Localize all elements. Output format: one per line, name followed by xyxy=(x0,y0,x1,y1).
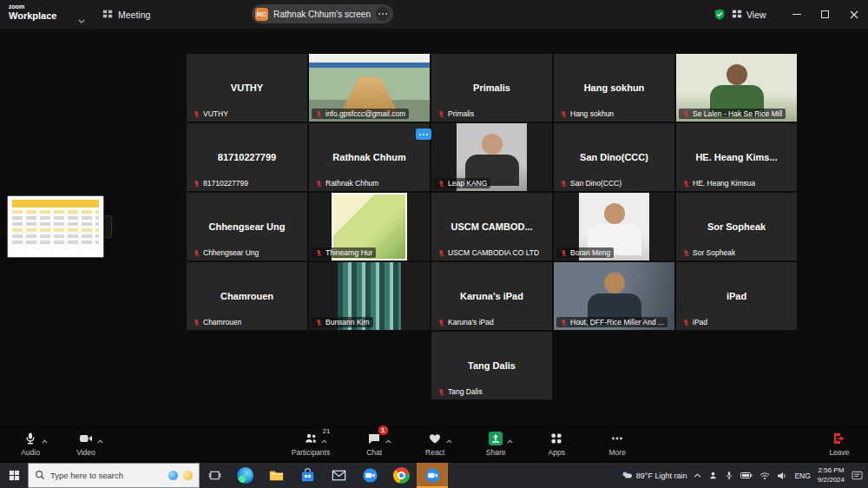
more-options-icon[interactable] xyxy=(376,7,390,21)
share-pill-label: Rathnak Chhum's screen xyxy=(273,10,371,19)
participant-tile-bunsann-kim[interactable]: Bunsann Kim xyxy=(309,262,430,330)
taskbar-app-chrome[interactable] xyxy=(385,463,417,488)
muted-mic-icon xyxy=(560,319,568,326)
taskbar-app-mail[interactable] xyxy=(323,463,354,488)
participant-label: Karuna's iPad xyxy=(434,317,497,327)
tray-mic-icon[interactable] xyxy=(725,471,733,480)
participant-tile-ipad[interactable]: iPadiPad xyxy=(676,262,797,330)
thumbnail-doc-header xyxy=(12,200,99,208)
participant-label: HE. Heang Kimsua xyxy=(679,178,759,188)
start-button[interactable] xyxy=(0,463,28,488)
security-shield-icon[interactable] xyxy=(713,8,726,24)
chat-button[interactable]: 1Chat xyxy=(358,425,391,463)
zoom-workplace-logo: zoom Workplace xyxy=(9,3,56,21)
participant-tile-tang-dalis[interactable]: Tang DalisTang Dalis xyxy=(431,332,552,399)
search-placeholder: Type here to search xyxy=(50,471,163,480)
participant-tile-san-dino-ccc[interactable]: San Dino(CCC)San Dino(CCC) xyxy=(554,123,674,191)
muted-mic-icon xyxy=(193,180,201,188)
weather-widget[interactable]: 89°F Light rain xyxy=(621,470,687,481)
tray-volume-icon[interactable] xyxy=(777,472,787,480)
participant-tile-chamrouen[interactable]: ChamrouenChamrouen xyxy=(187,262,307,330)
participant-label: Bunsann Kim xyxy=(312,317,373,327)
taskbar-app-zoom[interactable] xyxy=(354,463,385,488)
participant-label: Primalis xyxy=(434,109,477,119)
participant-tile-info-gpsfccc-gmail-com[interactable]: info.gpsfccc@gmail.com xyxy=(309,54,430,122)
participant-tile-he-heang-kimsua[interactable]: HE. Heang Kims...HE. Heang Kimsua xyxy=(676,123,797,191)
participant-label: VUTHY xyxy=(189,109,232,119)
participant-tile-primalis[interactable]: PrimalisPrimalis xyxy=(431,54,552,122)
logo-workplace-text: Workplace xyxy=(9,10,56,21)
participant-tile-chhengsear-ung[interactable]: Chhengsear UngChhengsear Ung xyxy=(187,193,307,260)
apps-button[interactable]: Apps xyxy=(540,425,573,463)
more-button[interactable]: More xyxy=(601,425,634,463)
participant-tile-vuthy[interactable]: VUTHYVUTHY xyxy=(187,54,307,122)
muted-mic-icon xyxy=(315,110,323,118)
language-indicator[interactable]: ENG xyxy=(794,472,810,480)
tray-person-icon[interactable] xyxy=(708,471,718,480)
audio-button[interactable]: Audio xyxy=(14,425,47,463)
thumbnail-doc-line xyxy=(12,216,99,220)
participant-tile-81710227799[interactable]: 8171022779981710227799 xyxy=(187,123,307,191)
participant-tile-se-lalen-hak-se-rice-mill[interactable]: Se Lalen - Hak Se Rice Mill xyxy=(676,54,797,122)
thumbnail-doc-line xyxy=(12,234,99,238)
tray-battery-icon[interactable] xyxy=(740,472,753,479)
task-view-button[interactable] xyxy=(200,463,229,488)
video-options-button[interactable] xyxy=(416,129,431,140)
taskbar-clock[interactable]: 2:56 PM 9/2/2024 xyxy=(818,466,845,485)
muted-mic-icon xyxy=(437,110,445,118)
participant-tile-hang-sokhun[interactable]: Hang sokhunHang sokhun xyxy=(554,54,674,122)
participant-tile-sor-sopheak[interactable]: Sor SopheakSor Sopheak xyxy=(676,193,797,260)
chevron-up-icon[interactable] xyxy=(42,432,48,447)
participant-tile-karuna-s-ipad[interactable]: Karuna's iPadKaruna's iPad xyxy=(431,262,552,330)
minimize-button[interactable] xyxy=(782,0,811,29)
taskbar-app-edge[interactable] xyxy=(229,463,260,488)
apps-label: Apps xyxy=(549,448,565,457)
participant-tile-rathnak-chhum[interactable]: Rathnak ChhumRathnak Chhum xyxy=(309,123,430,191)
taskbar-app-zoom-active[interactable] xyxy=(417,463,448,488)
view-button[interactable]: View xyxy=(732,0,766,29)
participant-label-text: Karuna's iPad xyxy=(448,318,494,326)
chevron-up-icon[interactable] xyxy=(507,432,513,447)
chevron-down-icon[interactable] xyxy=(78,11,85,27)
participant-label-text: Chamrouen xyxy=(203,318,241,326)
thumbnail-doc-line xyxy=(12,222,99,226)
close-button[interactable] xyxy=(839,0,868,29)
participant-tile-uscm-cambodia-co-ltd[interactable]: USCM CAMBOD...USCM CAMBODIA CO LTD xyxy=(431,193,552,260)
video-button[interactable]: Video xyxy=(69,425,102,463)
store-icon xyxy=(299,467,316,484)
participant-label-text: Bunsann Kim xyxy=(326,318,370,326)
taskbar-search-input[interactable]: Type here to search xyxy=(28,463,200,488)
hidden-icons-chevron[interactable] xyxy=(694,473,701,478)
taskbar-app-file-explorer[interactable] xyxy=(260,463,292,488)
leave-button[interactable]: Leave xyxy=(823,425,856,463)
thumbnail-doc-line xyxy=(12,241,99,244)
action-center-icon[interactable] xyxy=(852,471,863,481)
taskbar-app-store[interactable] xyxy=(292,463,323,488)
participant-label-text: iPad xyxy=(693,318,707,326)
maximize-button[interactable] xyxy=(811,0,839,29)
participant-tile-thinearng-hur[interactable]: Thinearng Hur xyxy=(309,193,430,260)
participant-tile-leap-kang[interactable]: Leap KANG xyxy=(431,123,552,191)
react-button[interactable]: React xyxy=(418,425,451,463)
screen-share-pill[interactable]: RC Rathnak Chhum's screen xyxy=(252,4,393,23)
cortana-icon[interactable] xyxy=(168,471,178,480)
chevron-up-icon[interactable] xyxy=(321,432,327,447)
tray-network-icon[interactable] xyxy=(760,472,770,480)
participant-label-text: info.gpsfccc@gmail.com xyxy=(326,109,405,118)
chevron-up-icon[interactable] xyxy=(385,432,391,447)
tab-meeting[interactable]: Meeting xyxy=(102,0,150,29)
participant-tile-hout-dff-rice-miller-and[interactable]: Hout, DFF-Rice Miller And ... xyxy=(554,262,674,330)
chevron-up-icon[interactable] xyxy=(446,432,452,447)
weather-icon xyxy=(621,470,633,481)
more-label: More xyxy=(609,448,626,457)
task-view-icon xyxy=(208,469,221,482)
share-button[interactable]: Share xyxy=(479,425,512,463)
participant-label-text: Chhengsear Ung xyxy=(203,248,259,257)
participant-tile-boran-meng[interactable]: Boran Meng xyxy=(554,193,674,260)
muted-mic-icon xyxy=(682,319,690,326)
chevron-up-icon[interactable] xyxy=(97,432,103,447)
shared-screen-thumbnail[interactable] xyxy=(7,195,104,258)
participants-button[interactable]: 21Participants xyxy=(292,425,330,463)
participant-label: Sor Sopheak xyxy=(679,247,739,258)
thumbnail-collapse-tab[interactable] xyxy=(105,215,112,238)
